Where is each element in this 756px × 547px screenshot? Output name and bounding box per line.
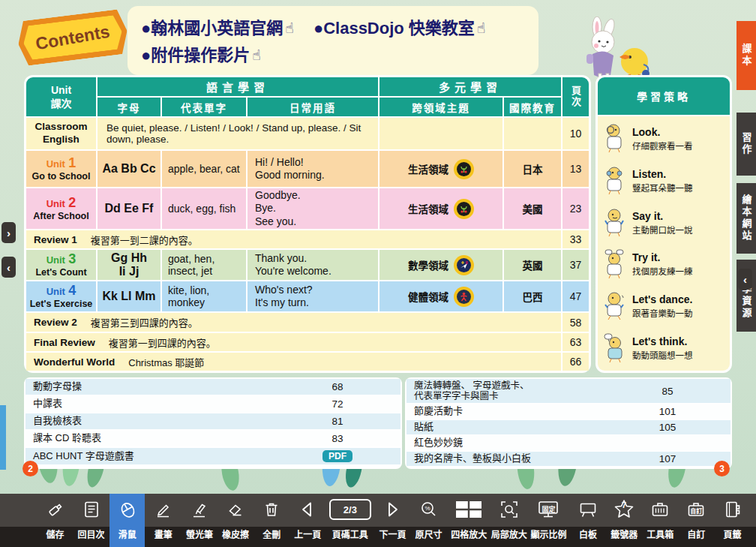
phrases-cell: Hi! / Hello! Good morning.: [248, 151, 378, 187]
toolbar-label: 畫筆: [154, 525, 172, 547]
toolbar-label: 自訂: [687, 525, 705, 547]
appendix-page: 107: [628, 452, 706, 466]
page-number-indicator: 2/3: [329, 494, 371, 525]
header-unit: Unit 課次: [26, 77, 96, 116]
toolbar-back-to-contents-button[interactable]: 回目次: [74, 494, 109, 547]
left-panel-next-button[interactable]: ›: [2, 222, 16, 243]
display-scale-icon: 固定: [537, 494, 560, 525]
toolbar-custom-button[interactable]: 自訂 自訂: [679, 494, 714, 547]
header-international-edu: 國際教育: [504, 98, 561, 116]
table-row-final-review: Final Review 複習第一到四課的內容。 63: [26, 333, 589, 351]
toolbar-label: 顯示比例: [530, 525, 566, 547]
toolbar-region-zoom-button[interactable]: 局部放大: [491, 494, 526, 547]
table-row-unit-1: Unit 1 Go to School Aa Bb Cc apple, bear…: [26, 151, 589, 187]
letters-cell: Aa Bb Cc: [98, 151, 160, 187]
appendix-spacer: [708, 420, 730, 434]
link-attachment-videos[interactable]: ●附件操作影片 ☝: [141, 42, 261, 69]
toolbar-original-size-button[interactable]: % 原尺寸: [411, 494, 446, 547]
unit-prefix: Unit: [46, 286, 65, 297]
scale-mode-value: 固定: [542, 504, 555, 514]
tab-picturebook-site[interactable]: 繪本網站: [736, 183, 756, 254]
bird-look-icon: [604, 124, 626, 154]
tab-label: 習作: [740, 132, 754, 156]
region-zoom-icon: [500, 494, 519, 525]
phrases-cell: Thank you. You're welcome.: [248, 250, 378, 280]
appendix-page: 105: [628, 420, 706, 434]
strategies-header: 學習策略: [598, 77, 730, 115]
pen-icon: [154, 494, 173, 525]
toolbar-page-tabs-button[interactable]: 頁籤: [715, 494, 750, 547]
left-panel-prev-button[interactable]: ‹: [2, 257, 16, 278]
header-letters: 字母: [98, 98, 160, 116]
toolbar-display-scale-button[interactable]: 固定 顯示比例: [527, 494, 569, 547]
appendix-spacer: [378, 396, 400, 412]
tab-workbook[interactable]: 習作: [736, 113, 756, 176]
toolbar-pen-button[interactable]: 畫筆: [146, 494, 181, 547]
review-cell: Review 2 複習第三到四課的內容。: [26, 313, 561, 332]
appendix-spacer: [378, 413, 400, 429]
bird-think-icon: [604, 333, 626, 363]
health-pe-badge: [454, 287, 474, 307]
strategy-zh: 主動開口說一說: [632, 224, 693, 236]
appendix-row: 課本 CD 聆聽表 83: [26, 431, 400, 446]
toolbar-four-pane-zoom-button[interactable]: 四格放大: [447, 494, 490, 547]
toolbar-mouse-button[interactable]: 滑鼠: [110, 494, 145, 547]
tab-textbook[interactable]: 課本: [736, 21, 756, 90]
words-cell: goat, hen, insect, jet: [162, 250, 246, 280]
links-box: ●翰林國小英語官網 ☝ ●ClassDojo 快樂教室 ☝ ●附件操作影片 ☝: [128, 6, 538, 75]
toolbar-whiteboard-button[interactable]: 白板: [571, 494, 606, 547]
prev-page-icon: [298, 494, 317, 525]
appendix-spacer: [378, 379, 400, 395]
toolbar-save-button[interactable]: 儲存: [38, 494, 73, 547]
appendix-page: 72: [298, 396, 376, 412]
appendix-table-left: 動動字母操 68 中譯表 72 自我檢核表 81 課本 CD 聆聽表 83 AB…: [24, 377, 402, 469]
table-row-review-1: Review 1 複習第一到二課的內容。 33: [26, 230, 589, 248]
header-daily-phrases: 日常用語: [248, 98, 378, 116]
toolbar-number-picker-button[interactable]: 7 籤號器: [607, 494, 642, 547]
toolbar-next-page-button[interactable]: 下一頁: [375, 494, 410, 547]
appendix-label: 紅色妙妙鏡: [406, 436, 627, 450]
appendix-spacer: [378, 431, 400, 446]
pdf-badge[interactable]: PDF: [322, 450, 352, 462]
strategy-try-it: Try it. 找個朋友練一練: [604, 249, 724, 279]
unit-number: 1: [68, 155, 76, 170]
unit-title: Go to School: [32, 171, 91, 182]
toolbar-eraser-button[interactable]: 橡皮擦: [218, 494, 254, 547]
appendix-row: ABC HUNT 字母遊戲書 PDF: [26, 448, 400, 464]
strategy-en: Let's think.: [632, 335, 693, 347]
strategy-zh: 豎起耳朵聽一聽: [632, 182, 693, 194]
unit-label: Unit 4 Let's Exercise: [26, 281, 96, 311]
bird-dance-icon: [604, 291, 626, 321]
right-panel-collapse-button[interactable]: ‹: [738, 269, 752, 290]
toolbar-prev-page-button[interactable]: 上一頁: [290, 494, 326, 547]
link-hanlin-site[interactable]: ●翰林國小英語官網 ☝: [141, 15, 294, 42]
domain-cell: 生活領域: [380, 188, 502, 229]
usb-save-icon: [46, 494, 65, 525]
country-cell: 日本: [504, 151, 561, 187]
header-key-words: 代表單字: [162, 98, 246, 116]
table-row-unit-2: Unit 2 After School Dd Ee Ff duck, egg, …: [26, 188, 589, 229]
link-classdojo[interactable]: ●ClassDojo 快樂教室 ☝: [314, 15, 486, 42]
toolbar-label: 滑鼠: [118, 525, 136, 547]
review-cell: Review 1 複習第一到二課的內容。: [26, 230, 561, 248]
unit-number: 4: [68, 283, 76, 298]
toolbar-label: 回目次: [78, 525, 105, 547]
toolbar-highlighter-button[interactable]: 螢光筆: [182, 494, 217, 547]
domain-label: 健體領域: [408, 289, 448, 304]
appendix-row: 貼紙 105: [406, 420, 730, 434]
strategy-en: Try it.: [632, 251, 693, 263]
appendix-page: 83: [298, 431, 376, 446]
header-page: 頁次: [562, 77, 589, 116]
review-desc: 複習第一到二課的內容。: [91, 233, 198, 247]
domain-label: 數學領域: [408, 257, 448, 272]
toolbar-page-number-tool[interactable]: 2/3 頁碼工具: [326, 494, 374, 547]
table-row-unit-3: Unit 3 Let's Count Gg Hh Ii Jj goat, hen…: [26, 250, 589, 280]
row-label: Classroom English: [26, 118, 96, 149]
review-label: Final Review: [34, 337, 95, 348]
toolbar-toolbox-button[interactable]: 工具箱: [643, 494, 678, 547]
page-number: 58: [562, 313, 589, 332]
toolbar-delete-all-button[interactable]: 全刪: [254, 494, 290, 547]
header-cross-domain: 跨領域主題: [380, 98, 502, 116]
four-pane-zoom-icon: [455, 494, 482, 525]
review-desc: 複習第一到四課的內容。: [109, 335, 216, 350]
